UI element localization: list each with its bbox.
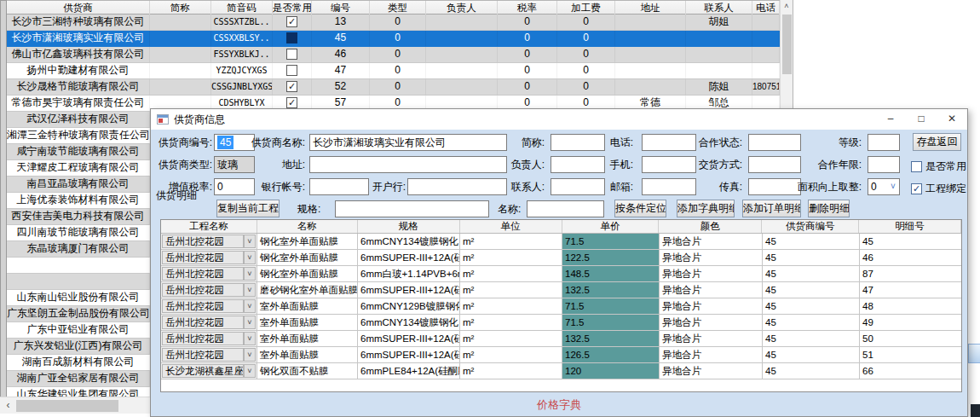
detail-cell[interactable]: 45 bbox=[860, 234, 962, 250]
project-name-combo[interactable]: 岳州北控花园 bbox=[162, 267, 244, 281]
supplier-name-field[interactable]: 长沙市潇湘玻璃实业有限公司 bbox=[309, 134, 507, 151]
detail-cell[interactable]: 126.5 bbox=[562, 347, 660, 363]
combo-arrow-icon[interactable]: ˅ bbox=[244, 299, 256, 313]
detail-cell[interactable]: 6mmCNY134镀膜钢化 bbox=[358, 315, 460, 331]
detail-cell[interactable]: 50 bbox=[860, 331, 962, 347]
detail-cell[interactable]: 6mmSUPER-III+12A(硅... bbox=[358, 331, 460, 347]
detail-cell[interactable]: 异地合片 bbox=[660, 250, 763, 266]
copy-current-project-button[interactable]: 复制当前工程 bbox=[216, 200, 280, 217]
supplier-row[interactable]: 长沙市潇湘玻璃实业有限公司CSSXXBLSY..45000 bbox=[7, 31, 780, 47]
detail-cell[interactable]: 异地合片 bbox=[660, 266, 763, 282]
delete-detail-button[interactable]: 删除明细 bbox=[808, 200, 850, 217]
column-header[interactable]: 税率 bbox=[498, 1, 557, 14]
detail-cell[interactable]: 异地合片 bbox=[660, 315, 763, 331]
detail-cell[interactable]: 6mmCNY134镀膜钢化 bbox=[358, 234, 460, 250]
project-name-combo[interactable]: 岳州北控花园 bbox=[162, 283, 244, 297]
detail-cell[interactable]: 71.5 bbox=[562, 234, 660, 250]
detail-cell[interactable]: 异地合片 bbox=[660, 298, 763, 315]
detail-cell[interactable]: 异地合片 bbox=[660, 363, 763, 379]
spec-input[interactable] bbox=[335, 200, 489, 217]
detail-cell[interactable]: 室外单面贴膜 bbox=[257, 298, 358, 315]
detail-cell[interactable]: 室外单面贴膜 bbox=[257, 331, 358, 347]
scroll-up-icon[interactable]: ˄ bbox=[781, 0, 793, 14]
column-header[interactable]: 加工费 bbox=[557, 1, 615, 14]
detail-cell[interactable]: 148.5 bbox=[562, 266, 660, 282]
detail-cell[interactable]: 71.5 bbox=[562, 315, 660, 331]
project-name-combo[interactable]: 岳州北控花园 bbox=[162, 348, 244, 362]
detail-cell[interactable]: 71.5 bbox=[562, 298, 660, 315]
project-name-combo[interactable]: 长沙龙湖祺鑫星座 bbox=[162, 364, 244, 378]
vertical-scroll-thumb[interactable] bbox=[782, 14, 792, 74]
detail-column-header[interactable]: 名称 bbox=[257, 220, 358, 233]
combo-arrow-icon[interactable]: ˅ bbox=[244, 251, 256, 264]
locate-by-condition-button[interactable]: 按条件定位 bbox=[614, 200, 666, 217]
email-field[interactable] bbox=[642, 178, 696, 195]
detail-cell[interactable]: 6mmSUPER-III+12A(硅... bbox=[358, 250, 460, 266]
detail-cell[interactable]: 异地合片 bbox=[660, 282, 763, 298]
column-header[interactable]: 是否常用 bbox=[273, 1, 312, 14]
project-name-combo[interactable]: 岳州北控花园 bbox=[162, 235, 244, 248]
dialog-titlebar[interactable]: 供货商信息 – □ ✕ bbox=[151, 109, 967, 130]
detail-cell[interactable]: 87 bbox=[860, 266, 962, 282]
detail-column-header[interactable]: 颜色 bbox=[659, 220, 762, 233]
common-checkbox[interactable] bbox=[286, 32, 297, 43]
common-checkbox[interactable] bbox=[286, 65, 297, 76]
detail-cell[interactable]: m² bbox=[460, 347, 562, 363]
column-header[interactable]: 负责人 bbox=[426, 1, 498, 14]
detail-cell[interactable]: 磨砂钢化室外单面贴膜 bbox=[257, 282, 358, 298]
detail-cell[interactable]: 异地合片 bbox=[660, 234, 763, 250]
supplier-row[interactable]: 扬州中勤建材有限公司YZZQJCYXGS47000 bbox=[7, 63, 780, 79]
grade-field[interactable] bbox=[868, 134, 900, 151]
detail-cell[interactable]: m² bbox=[460, 266, 562, 282]
detail-cell[interactable]: 51 bbox=[860, 347, 962, 363]
detail-cell[interactable]: 异地合片 bbox=[660, 331, 763, 347]
detail-cell[interactable]: 6mm白玻+1.14PVB+6mm... bbox=[358, 266, 460, 282]
coop-years-field[interactable] bbox=[868, 156, 900, 173]
supplier-row[interactable]: 佛山市亿鑫玻璃科技有限公司FSSYXBLKJ..46000 bbox=[7, 47, 780, 63]
horizontal-scroll-thumb[interactable] bbox=[16, 400, 118, 412]
detail-cell[interactable]: 钢化室外单面贴膜 bbox=[257, 266, 358, 282]
phone-field[interactable] bbox=[642, 134, 696, 151]
detail-cell[interactable]: 岳州北控花园˅ bbox=[161, 298, 257, 315]
common-checkbox[interactable]: ✓ bbox=[286, 97, 297, 108]
detail-cell[interactable]: 45 bbox=[763, 298, 860, 315]
detail-cell[interactable]: 岳州北控花园˅ bbox=[161, 266, 257, 282]
mobile-field[interactable] bbox=[642, 156, 696, 173]
column-header[interactable]: 电话 bbox=[752, 1, 780, 14]
column-header[interactable]: 简音码 bbox=[211, 1, 273, 14]
combo-arrow-icon[interactable]: ˅ bbox=[244, 267, 256, 281]
detail-cell[interactable]: 49 bbox=[860, 315, 962, 331]
save-return-button[interactable]: 存盘返回 bbox=[913, 133, 961, 151]
detail-cell[interactable]: 岳州北控花园˅ bbox=[161, 250, 257, 266]
detail-cell[interactable]: 45 bbox=[763, 331, 860, 347]
column-header[interactable]: 简称 bbox=[150, 1, 211, 14]
common-checkbox[interactable]: ✓ bbox=[286, 81, 297, 92]
detail-cell[interactable]: 岳州北控花园˅ bbox=[161, 282, 257, 298]
combo-arrow-icon[interactable]: ˅ bbox=[244, 316, 256, 329]
detail-cell[interactable]: 46 bbox=[860, 250, 962, 266]
project-name-combo[interactable]: 岳州北控花园 bbox=[162, 316, 244, 329]
common-use-checkbox[interactable] bbox=[911, 161, 922, 172]
detail-column-header[interactable]: 单位 bbox=[460, 220, 562, 233]
detail-cell[interactable]: 6mmCNY129B镀膜钢化 bbox=[358, 298, 460, 315]
detail-cell[interactable]: 120 bbox=[562, 363, 660, 379]
detail-cell[interactable]: 异地合片 bbox=[660, 347, 763, 363]
detail-column-header[interactable]: 单价 bbox=[562, 220, 660, 233]
detail-cell[interactable]: m² bbox=[460, 282, 562, 298]
column-header[interactable]: 联系人 bbox=[686, 1, 752, 14]
detail-cell[interactable]: m² bbox=[460, 298, 562, 315]
detail-cell[interactable]: 66 bbox=[860, 363, 962, 379]
detail-cell[interactable]: 47 bbox=[860, 282, 962, 298]
project-name-combo[interactable]: 岳州北控花园 bbox=[162, 251, 244, 264]
detail-cell[interactable]: 钢化双面不贴膜 bbox=[257, 363, 358, 379]
detail-column-header[interactable]: 规格 bbox=[358, 220, 460, 233]
name-input[interactable] bbox=[527, 200, 604, 217]
detail-cell[interactable]: 45 bbox=[763, 363, 860, 379]
detail-cell[interactable]: m² bbox=[460, 315, 562, 331]
detail-cell[interactable]: 长沙龙湖祺鑫星座˅ bbox=[161, 363, 257, 379]
detail-column-header[interactable]: 工程名称 bbox=[161, 220, 257, 233]
detail-cell[interactable]: 45 bbox=[763, 282, 860, 298]
detail-cell[interactable]: 132.5 bbox=[562, 331, 660, 347]
detail-cell[interactable]: 45 bbox=[763, 315, 860, 331]
minimize-button[interactable]: – bbox=[875, 109, 906, 130]
